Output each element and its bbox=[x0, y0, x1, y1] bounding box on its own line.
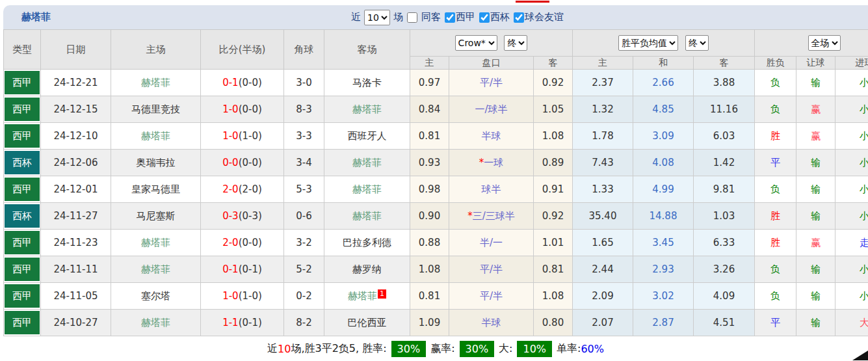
handicap-cover-result: 输 bbox=[796, 283, 835, 310]
avg-away-odds: 6.03 bbox=[694, 123, 755, 150]
score-cell: 0-3(0-3) bbox=[201, 203, 284, 230]
mouse-cursor bbox=[852, 351, 868, 360]
home-team-name[interactable]: 赫塔菲 bbox=[141, 317, 170, 328]
home-team-cell: 奥瑞韦拉 bbox=[111, 150, 201, 176]
handicap-time-select[interactable]: 终 bbox=[504, 35, 527, 51]
away-team-cell: 赫罗纳 bbox=[324, 256, 410, 283]
away-team-name[interactable]: 巴拉多利德 bbox=[343, 237, 391, 248]
cover-rate-label: 赢率: bbox=[430, 342, 454, 356]
home-team-name[interactable]: 赫塔菲 bbox=[141, 237, 170, 248]
star-mark: * bbox=[467, 210, 473, 222]
avg-draw-odds: 2.66 bbox=[633, 70, 694, 96]
handicap-line: *一球 bbox=[449, 150, 534, 176]
away-team-name[interactable]: 赫罗纳 bbox=[352, 263, 382, 275]
big-rate-label: 大: bbox=[499, 342, 512, 356]
away-team-cell: 赫塔菲 bbox=[324, 176, 410, 203]
competition-type-cell: 西杯 bbox=[4, 203, 41, 230]
avg-draw-odds: 2.87 bbox=[633, 310, 694, 336]
cover-rate-badge: 30% bbox=[460, 341, 495, 357]
col-header-type: 类型 bbox=[4, 30, 41, 70]
handicap-line: 半/一 bbox=[449, 230, 534, 256]
home-team-name[interactable]: 马德里竞技 bbox=[131, 103, 180, 115]
avg-time-select[interactable]: 终 bbox=[685, 35, 709, 51]
away-team-name[interactable]: 赫塔菲 bbox=[352, 103, 382, 115]
sub-header-avg-draw: 和 bbox=[633, 57, 694, 70]
away-team-name[interactable]: 赫塔菲 bbox=[352, 157, 382, 168]
half-time-score: (0-1) bbox=[239, 263, 262, 275]
corner-score: 5-2 bbox=[284, 256, 324, 283]
home-team-name[interactable]: 塞尔塔 bbox=[141, 290, 170, 302]
league-copa-checkbox[interactable] bbox=[479, 12, 490, 23]
full-time-score: 2-0 bbox=[222, 237, 239, 248]
avg-away-odds: 4.51 bbox=[694, 310, 755, 336]
period-select[interactable]: 全场 bbox=[808, 35, 841, 51]
away-team-name[interactable]: 赫塔菲 bbox=[348, 290, 377, 302]
home-team-name[interactable]: 赫塔菲 bbox=[141, 263, 170, 275]
score-cell: 1-0(1-0) bbox=[201, 283, 284, 310]
home-team-name[interactable]: 赫塔菲 bbox=[141, 130, 170, 142]
handicap-line: 一/球半 bbox=[449, 96, 534, 123]
competition-type-cell: 西甲 bbox=[4, 310, 41, 336]
result-win-draw-loss: 负 bbox=[755, 70, 796, 96]
competition-type-cell: 西甲 bbox=[4, 96, 41, 123]
screen: 赫塔菲 近 10 场 同客 西甲 西杯 球会友谊 bbox=[0, 0, 868, 361]
competition-type-cell: 西甲 bbox=[4, 256, 41, 283]
avg-draw-odds: 3.09 bbox=[633, 123, 694, 150]
score-cell: 0-1(0-1) bbox=[201, 256, 284, 283]
full-time-score: 0-1 bbox=[222, 263, 239, 275]
handicap-away-odds: 0.89 bbox=[534, 150, 573, 176]
bookmaker-select[interactable]: Crow* bbox=[455, 35, 497, 51]
match-date: 24-12-21 bbox=[41, 70, 111, 96]
avg-type-select[interactable]: 胜平负均值 bbox=[618, 35, 678, 51]
away-team-name[interactable]: 赫塔菲 bbox=[352, 183, 382, 195]
home-team-cell: 赫塔菲 bbox=[111, 70, 201, 96]
match-date: 24-12-01 bbox=[41, 176, 111, 203]
away-team-name[interactable]: 赫塔菲 bbox=[352, 210, 382, 222]
handicap-away-odds: 0.91 bbox=[534, 176, 573, 203]
score-cell: 2-0(2-0) bbox=[201, 176, 284, 203]
handicap-line: 平/半 bbox=[449, 256, 534, 283]
avg-draw-odds: 4.99 bbox=[633, 176, 694, 203]
full-time-score: 2-0 bbox=[222, 183, 239, 195]
away-team-name[interactable]: 巴伦西亚 bbox=[348, 317, 387, 328]
handicap-line: 半球 bbox=[449, 310, 534, 336]
star-mark: * bbox=[479, 157, 484, 168]
over-under-result: 小 bbox=[835, 203, 868, 230]
match-row: 西甲24-12-15马德里竞技1-0(0-0)8-3赫塔菲0.84一/球半1.0… bbox=[4, 96, 868, 123]
avg-home-odds: 1.65 bbox=[573, 230, 633, 256]
league-friendly-checkbox[interactable] bbox=[514, 12, 524, 23]
half-time-score: (0-0) bbox=[239, 157, 262, 168]
home-team-name[interactable]: 赫塔菲 bbox=[141, 77, 170, 88]
away-team-cell: 马洛卡 bbox=[324, 70, 410, 96]
match-row: 西甲24-11-11赫塔菲0-1(0-1)5-2赫罗纳1.08平/半0.812.… bbox=[4, 256, 868, 283]
home-team-name[interactable]: 皇家马德里 bbox=[131, 183, 180, 195]
avg-home-odds: 1.33 bbox=[573, 176, 633, 203]
corner-score: 5-3 bbox=[284, 176, 324, 203]
score-cell: 1-0(1-0) bbox=[201, 123, 284, 150]
avg-home-odds: 2.37 bbox=[573, 70, 633, 96]
avg-home-odds: 2.44 bbox=[573, 256, 633, 283]
avg-away-odds: 6.33 bbox=[694, 230, 755, 256]
league-friendly-label: 球会友谊 bbox=[525, 11, 564, 23]
avg-home-odds: 1.32 bbox=[573, 96, 633, 123]
result-win-draw-loss: 负 bbox=[755, 176, 796, 203]
same-away-label: 同客 bbox=[421, 11, 441, 23]
match-count-select[interactable]: 10 bbox=[364, 10, 390, 25]
same-away-checkbox[interactable] bbox=[407, 12, 417, 23]
avg-away-odds: 4.09 bbox=[694, 283, 755, 310]
result-win-draw-loss: 平 bbox=[755, 310, 796, 336]
competition-badge: 西甲 bbox=[5, 231, 40, 254]
league-laliga-checkbox[interactable] bbox=[445, 12, 455, 23]
score-cell: 0-0(0-0) bbox=[201, 150, 284, 176]
away-team-name[interactable]: 马洛卡 bbox=[352, 77, 382, 88]
away-team-name[interactable]: 西班牙人 bbox=[348, 130, 387, 142]
match-row: 西甲24-11-05塞尔塔1-0(1-0)0-2赫塔菲10.81平/半1.082… bbox=[4, 283, 868, 310]
col-header-away: 客场 bbox=[324, 30, 410, 70]
win-rate-badge: 30% bbox=[391, 341, 427, 357]
league-copa-label: 西杯 bbox=[490, 11, 510, 23]
league-laliga-label: 西甲 bbox=[456, 11, 475, 23]
competition-type-cell: 西甲 bbox=[4, 176, 41, 203]
handicap-home-odds: 0.81 bbox=[410, 123, 449, 150]
home-team-name[interactable]: 马尼塞斯 bbox=[137, 210, 176, 222]
home-team-name[interactable]: 奥瑞韦拉 bbox=[137, 157, 176, 168]
